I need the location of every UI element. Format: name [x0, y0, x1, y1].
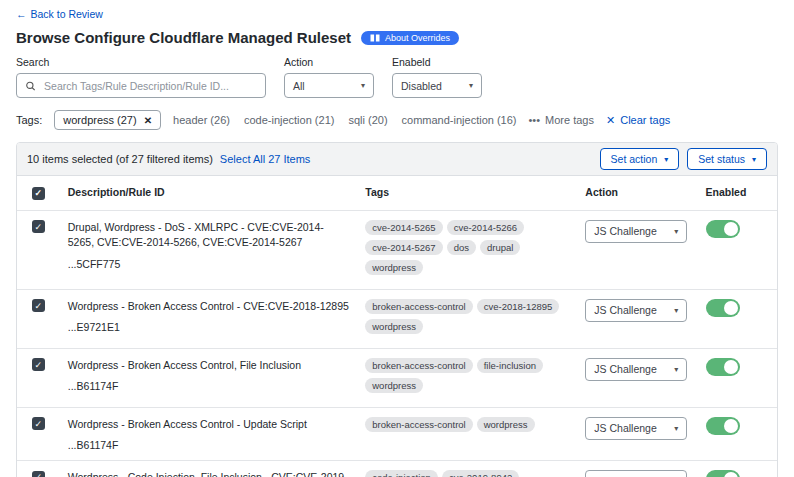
tag-filter-option[interactable]: command-injection (16) — [402, 114, 517, 126]
row-checkbox[interactable]: ✓ — [32, 358, 45, 371]
row-action-select[interactable]: JS Challenge▾ — [585, 470, 687, 477]
table-row: ✓Wordpress - Broken Access Control - CVE… — [17, 289, 777, 348]
table-header-row: ✓ Description/Rule ID Tags Action Enable… — [17, 176, 777, 210]
tag-pill: code-injection — [365, 470, 438, 477]
tag-pill: cve-2018-12895 — [477, 299, 560, 314]
row-action-select[interactable]: JS Challenge▾ — [585, 220, 687, 243]
about-overrides-badge[interactable]: About Overrides — [361, 31, 459, 45]
remove-tag-icon[interactable]: ✕ — [144, 115, 152, 126]
filter-bar: Search Action All ▾ Enabeld Disabled ▾ — [16, 56, 778, 98]
rule-id: ...B61174F — [68, 380, 349, 392]
tag-filter-option[interactable]: header (26) — [173, 114, 230, 126]
enabled-toggle[interactable] — [706, 417, 740, 435]
toggle-knob — [724, 360, 738, 374]
toggle-knob — [724, 222, 738, 236]
enabled-toggle[interactable] — [706, 220, 740, 238]
more-tags-button[interactable]: ••• More tags — [528, 114, 593, 126]
action-filter-group: Action All ▾ — [284, 56, 374, 98]
selection-summary-group: 10 items selected (of 27 filtered items)… — [27, 153, 310, 165]
chevron-down-icon: ▾ — [674, 227, 678, 236]
page-title: Browse Configure Cloudflare Managed Rule… — [16, 29, 351, 46]
chevron-down-icon: ▾ — [674, 306, 678, 315]
tag-pill: file-inclusion — [477, 358, 543, 373]
badge-label: About Overrides — [385, 33, 450, 43]
rule-description: Wordpress - Broken Access Control, File … — [68, 358, 349, 374]
selection-summary: 10 items selected (of 27 filtered items) — [27, 153, 213, 165]
book-icon — [370, 34, 380, 42]
clear-tags-button[interactable]: ✕ Clear tags — [606, 114, 670, 127]
enabled-filter-select[interactable]: Disabled ▾ — [392, 73, 482, 98]
tag-pill: drupal — [480, 240, 520, 255]
enabled-toggle[interactable] — [706, 358, 740, 376]
action-filter-value: All — [293, 80, 305, 92]
tag-pill: cve-2014-5265 — [365, 220, 442, 235]
enabled-toggle[interactable] — [706, 470, 740, 477]
rule-description: Wordpress - Code Injection, File Inclusi… — [68, 470, 349, 477]
row-checkbox[interactable]: ✓ — [32, 417, 45, 430]
tag-filter-list: header (26)code-injection (21)sqli (20)c… — [173, 114, 516, 126]
action-filter-label: Action — [284, 56, 374, 68]
set-status-button[interactable]: Set status ▾ — [687, 148, 767, 170]
table-row: ✓Drupal, Wordpress - DoS - XMLRPC - CVE:… — [17, 210, 777, 289]
row-action-select[interactable]: JS Challenge▾ — [585, 358, 687, 381]
row-checkbox[interactable]: ✓ — [32, 471, 45, 477]
select-all-checkbox[interactable]: ✓ — [32, 187, 45, 200]
chevron-down-icon: ▾ — [361, 81, 365, 90]
column-header-description: Description/Rule ID — [60, 176, 357, 210]
set-status-label: Set status — [698, 153, 745, 165]
search-input[interactable] — [42, 79, 257, 93]
selected-tag-chip[interactable]: wordpress (27) ✕ — [54, 110, 161, 130]
tag-pill: wordpress — [365, 319, 423, 334]
chevron-down-icon: ▾ — [674, 365, 678, 374]
chevron-down-icon: ▾ — [469, 81, 473, 90]
search-filter-group: Search — [16, 56, 266, 98]
column-header-action: Action — [577, 176, 697, 210]
back-link[interactable]: ← Back to Review — [16, 8, 103, 20]
chevron-down-icon: ▾ — [752, 155, 756, 164]
row-checkbox[interactable]: ✓ — [32, 220, 45, 233]
search-icon — [25, 80, 36, 92]
tag-pill: cve-2014-5266 — [447, 220, 524, 235]
table-row: ✓Wordpress - Broken Access Control - Upd… — [17, 407, 777, 461]
tag-pill: cve-2019-8942 — [442, 470, 519, 477]
title-row: Browse Configure Cloudflare Managed Rule… — [16, 29, 778, 46]
row-action-select[interactable]: JS Challenge▾ — [585, 417, 687, 440]
more-tags-label: More tags — [545, 114, 594, 126]
enabled-toggle[interactable] — [706, 299, 740, 317]
row-action-value: JS Challenge — [594, 304, 656, 316]
search-box[interactable] — [16, 73, 266, 98]
toggle-knob — [724, 472, 738, 477]
tag-pill: cve-2014-5267 — [365, 240, 442, 255]
rules-table-body: ✓Drupal, Wordpress - DoS - XMLRPC - CVE:… — [17, 210, 777, 477]
selection-bar: 10 items selected (of 27 filtered items)… — [17, 143, 777, 176]
toggle-knob — [724, 301, 738, 315]
back-link-label: Back to Review — [31, 8, 103, 20]
rule-id: ...5CFF775 — [68, 258, 349, 270]
tag-pill: wordpress — [477, 417, 535, 432]
toggle-knob — [724, 419, 738, 433]
row-action-value: JS Challenge — [594, 363, 656, 375]
column-header-enabled: Enabled — [698, 176, 778, 210]
select-all-link[interactable]: Select All 27 Items — [220, 153, 311, 165]
enabled-filter-label: Enabeld — [392, 56, 482, 68]
row-action-value: JS Challenge — [594, 225, 656, 237]
row-checkbox[interactable]: ✓ — [32, 299, 45, 312]
row-action-select[interactable]: JS Challenge▾ — [585, 299, 687, 322]
ellipsis-icon: ••• — [528, 114, 540, 126]
rules-table-card: 10 items selected (of 27 filtered items)… — [16, 142, 778, 477]
rule-description: Wordpress - Broken Access Control - CVE:… — [68, 299, 349, 315]
back-arrow-icon: ← — [16, 8, 27, 20]
action-filter-select[interactable]: All ▾ — [284, 73, 374, 98]
page-root: ← Back to Review Browse Configure Cloudf… — [16, 8, 778, 477]
set-action-label: Set action — [611, 153, 658, 165]
rule-id: ...E9721E1 — [68, 321, 349, 333]
tag-pill: wordpress — [365, 260, 423, 275]
tag-filter-option[interactable]: sqli (20) — [348, 114, 387, 126]
chevron-down-icon: ▾ — [674, 424, 678, 433]
chevron-down-icon: ▾ — [664, 155, 668, 164]
tags-label: Tags: — [16, 114, 42, 126]
tag-pill: broken-access-control — [365, 299, 472, 314]
set-action-button[interactable]: Set action ▾ — [600, 148, 680, 170]
rule-description: Wordpress - Broken Access Control - Upda… — [68, 417, 349, 433]
tag-filter-option[interactable]: code-injection (21) — [244, 114, 335, 126]
